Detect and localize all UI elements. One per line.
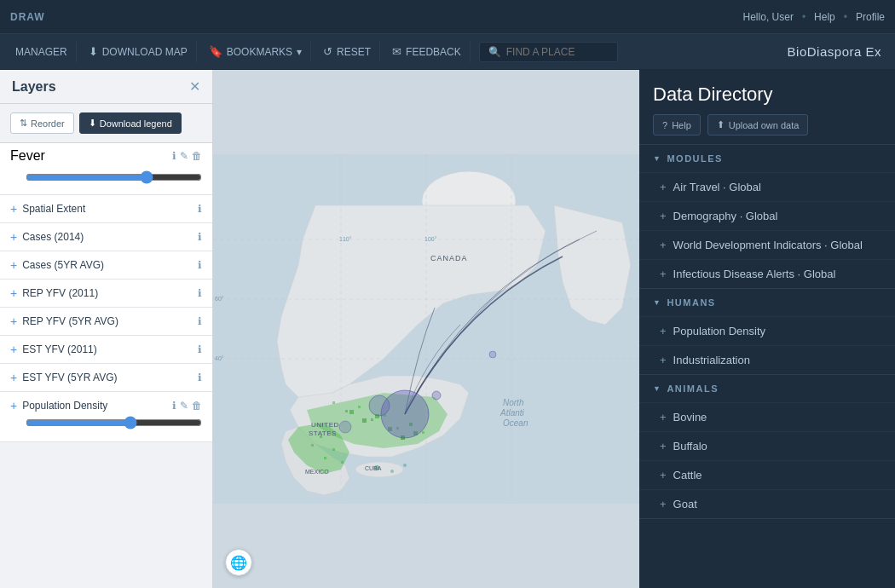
layer-actions: ℹ bbox=[198, 287, 202, 299]
layer-items-container: + Spatial Extent ℹ + Cases (2014) ℹ bbox=[0, 195, 212, 392]
pop-density-delete-button[interactable]: 🗑 bbox=[192, 400, 202, 412]
layer-name-text: EST YFV (2011) bbox=[22, 343, 97, 355]
layer-info-button[interactable]: ℹ bbox=[198, 343, 202, 355]
bookmark-icon: 🔖 bbox=[209, 45, 222, 58]
reset-icon: ↺ bbox=[323, 45, 332, 58]
layer-actions: ℹ bbox=[198, 231, 202, 243]
chevron-down-icon: ▼ bbox=[653, 298, 661, 307]
dir-item-plus-icon: + bbox=[660, 411, 667, 424]
layer-expand-icon[interactable]: + bbox=[10, 202, 17, 216]
panel-actions: ⇅ Reorder ⬇ Download legend bbox=[0, 104, 212, 143]
svg-rect-3 bbox=[332, 401, 335, 404]
dir-section-header[interactable]: ▼ MODULES bbox=[639, 145, 895, 172]
help-link[interactable]: Help bbox=[814, 11, 835, 23]
download-legend-button[interactable]: ⬇ Download legend bbox=[79, 112, 182, 134]
pop-density-edit-button[interactable]: ✎ bbox=[180, 400, 188, 412]
dir-item[interactable]: + Air Travel · Global bbox=[639, 172, 895, 201]
layer-info-button[interactable]: ℹ bbox=[198, 259, 202, 271]
dir-section-header[interactable]: ▼ HUMANS bbox=[639, 289, 895, 316]
layers-panel: Layers ✕ ⇅ Reorder ⬇ Download legend Fev… bbox=[0, 70, 213, 588]
close-icon[interactable]: ✕ bbox=[189, 78, 200, 95]
upload-data-button[interactable]: ⬆ Upload own data bbox=[707, 114, 809, 135]
layer-header: + Cases (2014) ℹ bbox=[10, 230, 202, 244]
reorder-icon: ⇅ bbox=[20, 118, 27, 129]
svg-rect-17 bbox=[362, 418, 367, 423]
svg-text:110°: 110° bbox=[339, 236, 352, 242]
layer-header: + Spatial Extent ℹ bbox=[10, 202, 202, 216]
find-place-input[interactable] bbox=[506, 46, 609, 58]
dir-item[interactable]: + Infectious Disease Alerts · Global bbox=[639, 259, 895, 288]
download-map-button[interactable]: ⬇ DOWNLOAD MAP bbox=[80, 41, 197, 62]
layer-expand-icon[interactable]: + bbox=[10, 371, 17, 384]
population-density-expand[interactable]: + bbox=[10, 399, 17, 412]
layer-info-button[interactable]: ℹ bbox=[198, 231, 202, 243]
feedback-button[interactable]: ✉ FEEDBACK bbox=[384, 41, 471, 62]
svg-point-26 bbox=[369, 395, 390, 416]
pop-density-opacity-slider[interactable] bbox=[26, 416, 202, 429]
dir-item[interactable]: + Bovine bbox=[639, 402, 895, 431]
dir-item-plus-icon: + bbox=[660, 239, 667, 251]
layer-item: + REP YFV (5YR AVG) ℹ bbox=[0, 308, 212, 336]
svg-point-24 bbox=[403, 464, 407, 467]
dir-help-button[interactable]: ? Help bbox=[653, 114, 701, 135]
layer-expand-icon[interactable]: + bbox=[10, 230, 17, 244]
layer-expand-icon[interactable]: + bbox=[10, 286, 17, 300]
layer-name-text: REP YFV (2011) bbox=[22, 287, 98, 299]
fever-edit-button[interactable]: ✎ bbox=[180, 150, 188, 162]
layer-expand-icon[interactable]: + bbox=[10, 343, 17, 356]
dir-item-plus-icon: + bbox=[660, 268, 667, 280]
find-place-search[interactable]: 🔍 bbox=[479, 42, 618, 62]
dir-item-plus-icon: + bbox=[660, 325, 667, 337]
manager-button[interactable]: MANAGER bbox=[7, 42, 77, 62]
dir-item[interactable]: + Industrialization bbox=[639, 345, 895, 374]
fever-delete-button[interactable]: 🗑 bbox=[192, 150, 202, 162]
layer-name-text: Spatial Extent bbox=[22, 203, 85, 215]
dir-item[interactable]: + World Development Indicators · Global bbox=[639, 230, 895, 259]
layer-actions: ℹ bbox=[198, 343, 202, 355]
bookmark-dropdown-icon[interactable]: ▾ bbox=[297, 46, 302, 58]
dir-item[interactable]: + Demography · Global bbox=[639, 201, 895, 230]
reorder-button[interactable]: ⇅ Reorder bbox=[10, 112, 74, 134]
bookmarks-button[interactable]: 🔖 BOOKMARKS ▾ bbox=[200, 41, 311, 62]
dir-item-plus-icon: + bbox=[660, 354, 667, 366]
reset-button[interactable]: ↺ RESET bbox=[315, 41, 380, 62]
greeting-text: Hello, User bbox=[743, 11, 794, 23]
layer-info-button[interactable]: ℹ bbox=[198, 287, 202, 299]
layer-item: + Spatial Extent ℹ bbox=[0, 195, 212, 223]
layer-info-button[interactable]: ℹ bbox=[198, 372, 202, 383]
dir-item-plus-icon: + bbox=[660, 181, 667, 193]
fever-info-button[interactable]: ℹ bbox=[172, 150, 176, 162]
feedback-icon: ✉ bbox=[392, 45, 401, 58]
dir-item[interactable]: + Buffalo bbox=[639, 431, 895, 460]
help-circle-icon: ? bbox=[662, 120, 667, 130]
svg-text:Atlanti: Atlanti bbox=[499, 408, 525, 418]
pop-density-slider-row bbox=[10, 412, 202, 435]
panel-header: Layers ✕ bbox=[0, 70, 212, 104]
layer-info-button[interactable]: ℹ bbox=[198, 203, 202, 215]
map-area[interactable]: CANADA UNITED STATES MEXICO CUBA North A… bbox=[213, 70, 639, 588]
dir-item-label: Goat bbox=[673, 498, 697, 510]
svg-rect-16 bbox=[349, 410, 354, 414]
dir-section-header[interactable]: ▼ ANIMALS bbox=[639, 375, 895, 402]
dir-item[interactable]: + Cattle bbox=[639, 460, 895, 489]
pop-density-info-button[interactable]: ℹ bbox=[172, 400, 176, 412]
fever-opacity-slider[interactable] bbox=[26, 170, 202, 184]
layer-expand-icon[interactable]: + bbox=[10, 314, 17, 328]
svg-text:CANADA: CANADA bbox=[430, 254, 468, 262]
download-icon: ⬇ bbox=[89, 45, 98, 58]
dir-item-plus-icon: + bbox=[660, 210, 667, 222]
fever-slider-row bbox=[10, 167, 202, 189]
layers-list: Fever ℹ ✎ 🗑 + Spatial Extent bbox=[0, 143, 212, 588]
layer-info-button[interactable]: ℹ bbox=[198, 315, 202, 327]
dir-actions: ? Help ⬆ Upload own data bbox=[653, 114, 881, 135]
map-svg: CANADA UNITED STATES MEXICO CUBA North A… bbox=[213, 70, 639, 588]
layer-expand-icon[interactable]: + bbox=[10, 258, 17, 272]
dir-item[interactable]: + Goat bbox=[639, 489, 895, 518]
dir-item-label: World Development Indicators · Global bbox=[673, 239, 863, 251]
globe-button[interactable]: 🌐 bbox=[225, 549, 252, 576]
topbar-right: Hello, User • Help • Profile bbox=[743, 11, 885, 23]
dir-item[interactable]: + Population Density bbox=[639, 316, 895, 345]
profile-link[interactable]: Profile bbox=[856, 11, 885, 23]
layer-name-text: EST YFV (5YR AVG) bbox=[22, 372, 117, 383]
svg-text:CUBA: CUBA bbox=[365, 465, 382, 471]
